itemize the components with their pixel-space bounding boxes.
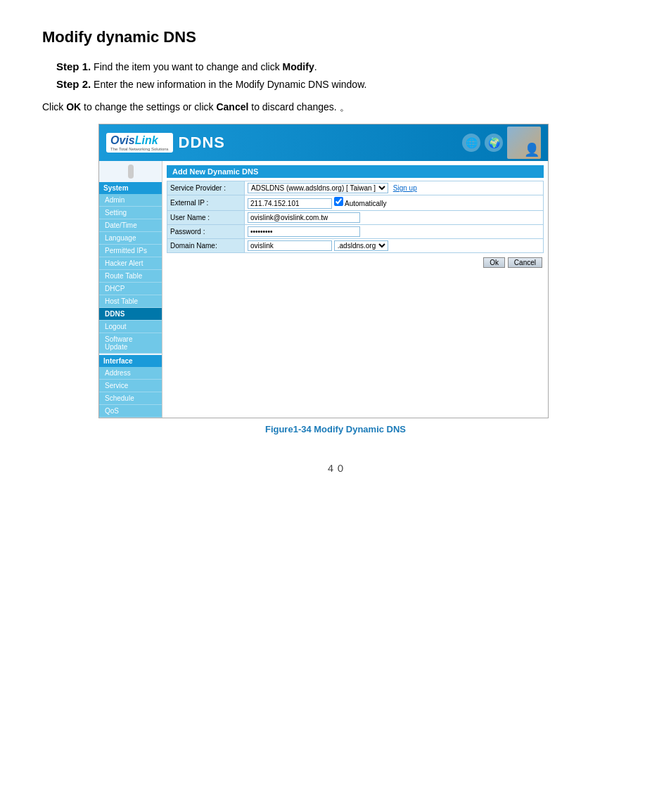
service-provider-label: Service Provider : bbox=[167, 181, 245, 195]
sidebar-item-setting[interactable]: Setting bbox=[99, 207, 162, 219]
step1-text: Find the item you want to change and cli… bbox=[94, 61, 282, 72]
sidebar-item-logout[interactable]: Logout bbox=[99, 321, 162, 333]
row-username: User Name : bbox=[167, 211, 544, 225]
domain-name-label: Domain Name: bbox=[167, 239, 245, 253]
row-domain-name: Domain Name: .adsldns.org bbox=[167, 239, 544, 253]
step1-label: Step 1. bbox=[56, 60, 91, 72]
domain-name-cell: .adsldns.org bbox=[245, 239, 544, 253]
step2-label: Step 2. bbox=[56, 78, 91, 90]
sidebar-item-schedule[interactable]: Schedule bbox=[99, 392, 162, 405]
domain-suffix-select[interactable]: .adsldns.org bbox=[334, 240, 388, 251]
sidebar-item-routetable[interactable]: Route Table bbox=[99, 270, 162, 283]
logo-box: OvisLink The Total Networking Solutions bbox=[106, 133, 173, 153]
sidebar-item-ddns[interactable]: DDNS bbox=[99, 308, 162, 321]
step2-text: Enter the new information in the Modify … bbox=[94, 79, 366, 90]
cancel-bold: Cancel bbox=[216, 101, 248, 112]
sidebar-item-admin[interactable]: Admin bbox=[99, 194, 162, 207]
step-2-block: Step 2. Enter the new information in the… bbox=[56, 78, 629, 90]
screenshot-container: OvisLink The Total Networking Solutions … bbox=[98, 124, 549, 418]
ok-bold: OK bbox=[66, 101, 81, 112]
page-title: Modify dynamic DNS bbox=[42, 28, 629, 46]
sidebar-item-hackeralert[interactable]: Hacker Alert bbox=[99, 257, 162, 270]
header-title: DDNS bbox=[179, 134, 225, 152]
sidebar-scroll[interactable] bbox=[128, 165, 134, 179]
step1-bold: Modify bbox=[283, 61, 314, 72]
password-input[interactable] bbox=[248, 226, 360, 237]
ok-button[interactable]: Ok bbox=[483, 257, 505, 268]
row-external-ip: External IP : Automatically bbox=[167, 195, 544, 211]
app-header: OvisLink The Total Networking Solutions … bbox=[99, 124, 548, 161]
click-note: Click OK to change the settings or click… bbox=[42, 101, 629, 114]
header-icons: 🌐 🌍 bbox=[462, 127, 541, 159]
sidebar-item-datetime[interactable]: Date/Time bbox=[99, 219, 162, 232]
globe-icon-1: 🌐 bbox=[462, 134, 480, 152]
password-label: Password : bbox=[167, 225, 245, 239]
app-body: System Admin Setting Date/Time Language … bbox=[99, 161, 548, 418]
logo-subtitle: The Total Networking Solutions bbox=[110, 147, 169, 151]
automatically-label: Automatically bbox=[334, 200, 387, 207]
sidebar-item-permittedips[interactable]: Permitted IPs bbox=[99, 245, 162, 257]
step-1-block: Step 1. Find the item you want to change… bbox=[56, 60, 629, 72]
sidebar-item-language[interactable]: Language bbox=[99, 232, 162, 245]
sidebar: System Admin Setting Date/Time Language … bbox=[99, 161, 162, 418]
password-cell bbox=[245, 225, 544, 239]
sidebar-item-dhcp[interactable]: DHCP bbox=[99, 283, 162, 295]
sidebar-item-address[interactable]: Address bbox=[99, 367, 162, 380]
header-photo bbox=[507, 127, 541, 159]
sidebar-item-softwareupdate[interactable]: Software Update bbox=[99, 333, 162, 354]
row-password: Password : bbox=[167, 225, 544, 239]
sidebar-system-section: System bbox=[99, 182, 162, 194]
domain-name-input[interactable] bbox=[248, 240, 332, 251]
service-provider-cell: ADSLDNS (www.adsldns.org) [ Taiwan ] Sig… bbox=[245, 181, 544, 195]
panel-title: Add New Dynamic DNS bbox=[167, 165, 544, 178]
sidebar-item-service[interactable]: Service bbox=[99, 380, 162, 392]
external-ip-cell: Automatically bbox=[245, 195, 544, 211]
sidebar-interface-section: Interface bbox=[99, 355, 162, 367]
automatically-checkbox[interactable] bbox=[334, 197, 343, 206]
row-service-provider: Service Provider : ADSLDNS (www.adsldns.… bbox=[167, 181, 544, 195]
page-number: ４０ bbox=[42, 463, 629, 475]
sidebar-item-hosttable[interactable]: Host Table bbox=[99, 295, 162, 308]
signup-link[interactable]: Sign up bbox=[393, 184, 417, 192]
logo-ovis: Ovis bbox=[110, 134, 135, 146]
external-ip-input[interactable] bbox=[248, 198, 332, 209]
external-ip-label: External IP : bbox=[167, 195, 245, 211]
username-label: User Name : bbox=[167, 211, 245, 225]
logo-link: Link bbox=[135, 134, 158, 146]
globe-icon-2: 🌍 bbox=[485, 134, 503, 152]
service-provider-select[interactable]: ADSLDNS (www.adsldns.org) [ Taiwan ] bbox=[248, 183, 388, 193]
sidebar-item-qos[interactable]: QoS bbox=[99, 405, 162, 418]
username-input[interactable] bbox=[248, 212, 360, 223]
username-cell bbox=[245, 211, 544, 225]
button-row: Ok Cancel bbox=[167, 253, 544, 271]
main-panel: Add New Dynamic DNS Service Provider : A… bbox=[162, 161, 548, 418]
figure-caption: Figure1-34 Modify Dynamic DNS bbox=[42, 424, 629, 434]
cancel-button[interactable]: Cancel bbox=[508, 257, 542, 268]
dns-form: Service Provider : ADSLDNS (www.adsldns.… bbox=[167, 181, 544, 253]
